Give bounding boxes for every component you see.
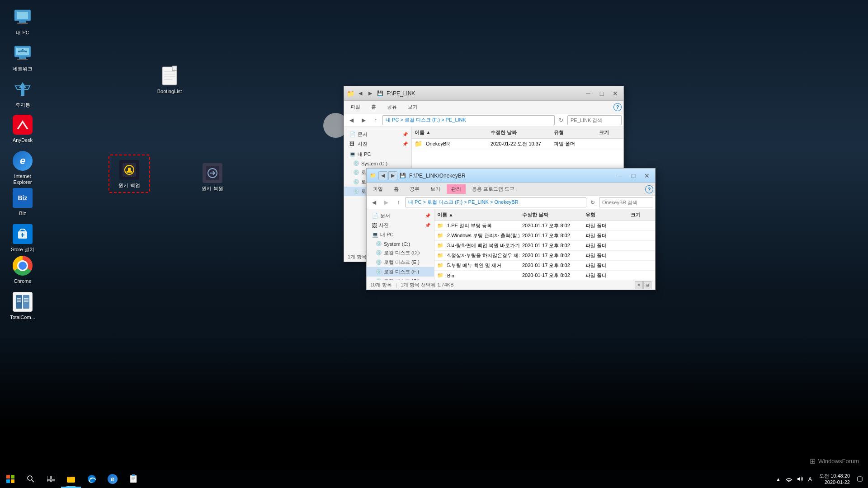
desktop-icon-wonki-backup[interactable]: 윈키 백업 xyxy=(111,157,147,190)
forward-button-2[interactable]: ▶ xyxy=(381,197,392,207)
file-row-4[interactable]: 📁5.부팅 메뉴 확인 및 제거 2020-01-17 오후 8:02 파일 폴… xyxy=(434,261,655,271)
refresh-button-2[interactable]: ↻ xyxy=(588,197,598,207)
taskbar-edge-button[interactable] xyxy=(82,470,102,488)
window-1-icon: 📁 xyxy=(346,89,355,98)
systray-language-indicator[interactable]: A xyxy=(806,476,814,483)
save-icon[interactable]: 💾 xyxy=(376,89,385,98)
wonki-backup-container[interactable]: 윈키 백업 xyxy=(108,155,150,193)
desktop-icon-recycle[interactable]: 휴지통 xyxy=(5,77,41,110)
start-button[interactable] xyxy=(0,470,20,488)
refresh-button-1[interactable]: ↻ xyxy=(556,115,566,125)
taskbar-notepad-button[interactable] xyxy=(123,470,143,488)
address-path-1[interactable]: 내 PC > 로컬 디스크 (F:) > PE_LINK xyxy=(382,115,555,125)
systray-network-icon[interactable] xyxy=(784,474,793,483)
desktop-icon-wonki-restore[interactable]: 윈키 복원 xyxy=(194,160,231,193)
window-2-titlebar[interactable]: 📁 ◀ ▶ 💾 F:\PE_LINK\OnekeyBR ─ □ ✕ xyxy=(367,169,655,183)
col2-size[interactable]: 크기 xyxy=(628,211,655,219)
fwd-nav-icon[interactable]: ▶ xyxy=(366,89,375,98)
store-label: Store 설치 xyxy=(11,247,34,253)
desktop-icon-chrome[interactable]: Chrome xyxy=(5,253,41,286)
back-button-2[interactable]: ◀ xyxy=(368,197,379,207)
desktop-icon-mypc[interactable]: 내 PC xyxy=(5,5,41,38)
wonki-backup-label: 윈키 백업 xyxy=(118,183,140,188)
desktop-icon-totalcmd[interactable]: TotalCom... xyxy=(5,289,41,322)
window-1-help-icon[interactable]: ? xyxy=(613,103,622,111)
desktop-icon-bootinglist[interactable]: BootingList xyxy=(151,63,188,96)
window-1-tab-home[interactable]: 홈 xyxy=(367,102,381,112)
window-1-controls[interactable]: ─ □ ✕ xyxy=(582,88,622,99)
up-button-1[interactable]: ↑ xyxy=(370,115,381,125)
sidebar-item-photos-1[interactable]: 🖼 사진 📌 xyxy=(344,139,411,149)
window-2-close-button[interactable]: ✕ xyxy=(641,170,653,181)
file-row-3[interactable]: 📁4.정상자부팅을 하지않은경우 제거(자동) 2020-01-17 오후 8:… xyxy=(434,251,655,261)
window-1-tab-view[interactable]: 보기 xyxy=(403,102,422,112)
file-row-onekeybr[interactable]: 📁 OnekeyBR 2020-01-22 오전 10:37 파일 폴더 xyxy=(412,139,623,149)
sidebar2-g[interactable]: 💿 로컬 디스크 (G:) xyxy=(367,277,434,280)
taskbar-search-button[interactable] xyxy=(20,470,41,488)
col-type-1[interactable]: 유형 xyxy=(551,128,596,137)
back-nav-icon[interactable]: ◀ xyxy=(356,89,365,98)
window-2-minimize-button[interactable]: ─ xyxy=(613,170,626,181)
window-1-titlebar[interactable]: 📁 ◀ ▶ 💾 F:\PE_LINK ─ □ ✕ xyxy=(344,86,623,101)
window-2-maximize-button[interactable]: □ xyxy=(627,170,640,181)
view-list-button[interactable]: ≡ xyxy=(635,281,643,289)
sidebar-item-docs-1[interactable]: 📄 문서 📌 xyxy=(344,130,411,139)
search-input-2[interactable] xyxy=(599,197,653,207)
sidebar2-f[interactable]: 💿 로컬 디스크 (F:) xyxy=(367,267,434,277)
desktop-icon-ie[interactable]: e Internet Explorer xyxy=(5,148,41,187)
sidebar2-e[interactable]: 💿 로컬 디스크 (E:) xyxy=(367,258,434,267)
window-1-tab-share[interactable]: 공유 xyxy=(382,102,401,112)
file-row-0[interactable]: 📁1.PE 멀티 부팅 등록 2020-01-17 오후 8:02 파일 폴더 xyxy=(434,221,655,231)
desktop-icon-store[interactable]: Store 설치 xyxy=(5,221,41,254)
window-2-tab-share[interactable]: 공유 xyxy=(405,184,424,194)
file-row-1[interactable]: 📁2.Windows 부팅 관리자 출력(참고) 2020-01-17 오후 8… xyxy=(434,231,655,241)
anydesk-icon xyxy=(12,114,33,136)
sidebar2-d[interactable]: 💿 로컬 디스크 (D:) xyxy=(367,248,434,258)
sidebar2-mypc[interactable]: 💻 내 PC xyxy=(367,230,434,239)
file-row-2[interactable]: 📁3.바탕화면에 백업 복원 바로가기 만들기 2020-01-17 오후 8:… xyxy=(434,241,655,251)
systray-expand-icon[interactable]: ▲ xyxy=(774,474,783,483)
window-2-back-icon[interactable]: ◀ xyxy=(378,171,387,180)
col2-type[interactable]: 유형 xyxy=(583,211,628,219)
taskbar-clock[interactable]: 오전 10:48:20 2020-01-22 xyxy=(816,473,854,486)
address-path-2[interactable]: 내 PC > 로컬 디스크 (F:) > PE_LINK > OnekeyBR xyxy=(405,197,586,207)
sidebar-item-c-1[interactable]: 💿 System (C:) xyxy=(344,159,411,168)
window-1-tab-file[interactable]: 파일 xyxy=(346,102,365,112)
col-name-1[interactable]: 이름 ▲ xyxy=(412,128,488,137)
back-button-1[interactable]: ◀ xyxy=(346,115,357,125)
col-date-1[interactable]: 수정한 날짜 xyxy=(488,128,551,137)
col-size-1[interactable]: 크기 xyxy=(596,128,623,137)
window-2-help-icon[interactable]: ? xyxy=(645,185,653,193)
up-button-2[interactable]: ↑ xyxy=(393,197,404,207)
taskbar-ie-button[interactable]: e xyxy=(103,470,123,488)
systray-sound-icon[interactable] xyxy=(795,474,804,483)
taskbar-explorer-button[interactable] xyxy=(61,470,81,488)
search-input-1[interactable] xyxy=(567,115,622,125)
window-2-controls[interactable]: ─ □ ✕ xyxy=(613,170,653,181)
window-2-save-icon[interactable]: 💾 xyxy=(398,171,407,180)
desktop-icon-anydesk[interactable]: AnyDesk xyxy=(5,112,41,145)
desktop-icon-biz[interactable]: Biz Biz xyxy=(5,185,41,218)
view-grid-button[interactable]: ⊞ xyxy=(643,281,651,289)
window-2-mgmt-tab[interactable]: 관리 xyxy=(447,184,466,194)
col2-date[interactable]: 수정한 날짜 xyxy=(519,211,583,219)
window-1-close-button[interactable]: ✕ xyxy=(609,88,622,99)
taskbar-multitask-button[interactable] xyxy=(41,470,61,488)
sidebar2-docs[interactable]: 📄 문서 📌 xyxy=(367,211,434,221)
window-2-tab-view[interactable]: 보기 xyxy=(426,184,445,194)
window-2-tab-file[interactable]: 파일 xyxy=(368,184,387,194)
window-2-fwd-icon[interactable]: ▶ xyxy=(388,171,397,180)
sidebar2-photos[interactable]: 🖼 사진 📌 xyxy=(367,221,434,230)
window-1-minimize-button[interactable]: ─ xyxy=(582,88,594,99)
sidebar-item-mypc-1[interactable]: 💻 내 PC xyxy=(344,150,411,159)
sidebar2-c[interactable]: 💿 System (C:) xyxy=(367,239,434,248)
window-2-tab-apptools[interactable]: 응용 프로그램 도구 xyxy=(467,184,519,194)
col2-name[interactable]: 이름 ▲ xyxy=(434,211,519,219)
forward-button-1[interactable]: ▶ xyxy=(358,115,369,125)
window-1-maximize-button[interactable]: □ xyxy=(595,88,608,99)
file-row-5[interactable]: 📁Bin 2020-01-17 오후 8:02 파일 폴더 xyxy=(434,271,655,280)
desktop-icon-network[interactable]: 네트워크 xyxy=(5,41,41,74)
window-2-tab-home[interactable]: 홈 xyxy=(389,184,403,194)
window-1-ribbon: 파일 홈 공유 보기 ? xyxy=(344,101,623,113)
systray-notifications-icon[interactable] xyxy=(855,474,864,483)
